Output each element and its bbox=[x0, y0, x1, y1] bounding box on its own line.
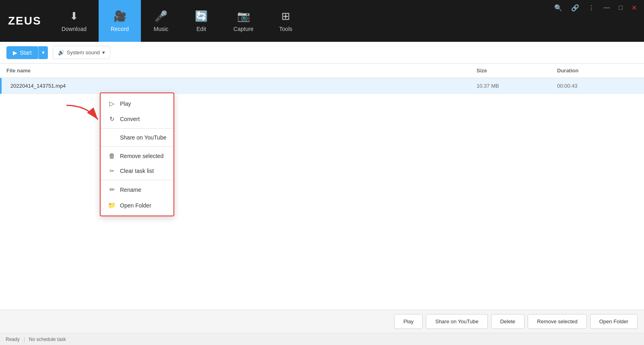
nav-label-tools: Tools bbox=[279, 26, 293, 32]
nav-items: ⬇ Download 🎥 Record 🎤 Music 🔄 Edit 📷 Cap… bbox=[50, 0, 551, 42]
col-header-size: Size bbox=[477, 68, 557, 74]
status-text: Ready bbox=[6, 337, 20, 342]
bottom-open-folder-label: Open Folder bbox=[599, 318, 628, 324]
bottom-action-bar: Play Share on YouTube Delete Remove sele… bbox=[0, 310, 644, 333]
main-area: ▶ Start ▾ 🔊 System sound ▾ File name Siz… bbox=[0, 42, 644, 333]
file-list: 20220414_143751.mp4 10.37 MB 00:00:43 bbox=[0, 78, 644, 310]
bottom-delete-button[interactable]: Delete bbox=[491, 314, 525, 329]
dropdown-chevron-icon: ▾ bbox=[42, 49, 45, 55]
app-logo: ZEUS bbox=[8, 14, 41, 27]
file-list-header: File name Size Duration bbox=[0, 64, 644, 78]
bottom-share-youtube-label: Share on YouTube bbox=[435, 318, 478, 324]
ctx-clear-task-list[interactable]: ✂ Clear task list bbox=[101, 164, 173, 178]
sound-dropdown-icon: ▾ bbox=[102, 49, 105, 55]
ctx-separator-2 bbox=[101, 146, 173, 147]
rename-ctx-icon: ✏ bbox=[108, 186, 116, 193]
nav-item-tools[interactable]: ⊞ Tools bbox=[266, 0, 306, 42]
capture-nav-icon: 📷 bbox=[237, 10, 250, 23]
ctx-clear-task-list-label: Clear task list bbox=[120, 168, 154, 174]
nav-label-music: Music bbox=[154, 26, 169, 32]
open-folder-ctx-icon: 📁 bbox=[108, 201, 116, 209]
bottom-play-button[interactable]: Play bbox=[394, 314, 423, 329]
menu-window-btn[interactable]: ⋮ bbox=[585, 2, 598, 13]
table-row[interactable]: 20220414_143751.mp4 10.37 MB 00:00:43 bbox=[0, 78, 644, 94]
record-nav-icon: 🎥 bbox=[114, 10, 126, 23]
toolbar: ▶ Start ▾ 🔊 System sound ▾ bbox=[0, 42, 644, 64]
ctx-separator-3 bbox=[101, 180, 173, 180]
bottom-share-youtube-button[interactable]: Share on YouTube bbox=[426, 314, 487, 329]
start-dropdown-arrow[interactable]: ▾ bbox=[38, 46, 48, 59]
nav-item-edit[interactable]: 🔄 Edit bbox=[181, 0, 221, 42]
start-button-group: ▶ Start ▾ bbox=[6, 46, 48, 59]
logo-area: ZEUS bbox=[0, 0, 50, 42]
bottom-delete-label: Delete bbox=[500, 318, 516, 324]
ctx-remove-selected-label: Remove selected bbox=[120, 153, 163, 159]
system-sound-button[interactable]: 🔊 System sound ▾ bbox=[53, 46, 110, 59]
nav-label-record: Record bbox=[111, 26, 129, 32]
person-window-btn[interactable]: 🔗 bbox=[568, 2, 582, 13]
top-navigation: ZEUS ⬇ Download 🎥 Record 🎤 Music 🔄 Edit … bbox=[0, 0, 644, 42]
ctx-convert-label: Convert bbox=[120, 116, 140, 122]
music-nav-icon: 🎤 bbox=[155, 10, 167, 23]
play-ctx-icon: ▷ bbox=[108, 100, 116, 107]
file-size: 10.37 MB bbox=[477, 83, 557, 89]
window-controls: 🔍 🔗 ⋮ — □ ✕ bbox=[551, 0, 644, 42]
nav-item-music[interactable]: 🎤 Music bbox=[141, 0, 181, 42]
nav-label-edit: Edit bbox=[196, 26, 206, 32]
ctx-convert[interactable]: ↻ Convert bbox=[101, 111, 173, 127]
ctx-open-folder-label: Open Folder bbox=[120, 202, 151, 209]
ctx-open-folder[interactable]: 📁 Open Folder bbox=[101, 197, 173, 213]
ctx-play-label: Play bbox=[120, 101, 131, 107]
col-header-name: File name bbox=[6, 68, 477, 74]
convert-ctx-icon: ↻ bbox=[108, 115, 116, 123]
close-window-btn[interactable]: ✕ bbox=[628, 2, 640, 13]
ctx-rename-label: Rename bbox=[120, 187, 141, 193]
schedule-text: No schedule task bbox=[29, 337, 66, 342]
col-header-duration: Duration bbox=[557, 68, 638, 74]
start-label: Start bbox=[20, 49, 32, 56]
edit-nav-icon: 🔄 bbox=[195, 10, 208, 23]
bottom-play-label: Play bbox=[403, 318, 413, 324]
context-menu: ▷ Play ↻ Convert Share on YouTube 🗑 Remo… bbox=[100, 92, 174, 216]
download-nav-icon: ⬇ bbox=[70, 10, 78, 23]
clear-ctx-icon: ✂ bbox=[108, 168, 116, 174]
start-button[interactable]: ▶ Start bbox=[6, 46, 38, 59]
ctx-share-youtube-label: Share on YouTube bbox=[120, 134, 166, 141]
sound-label: System sound bbox=[67, 49, 100, 55]
bottom-open-folder-button[interactable]: Open Folder bbox=[590, 314, 638, 329]
tools-nav-icon: ⊞ bbox=[281, 10, 290, 23]
row-selected-indicator bbox=[0, 78, 2, 94]
file-name: 20220414_143751.mp4 bbox=[6, 83, 477, 89]
remove-ctx-icon: 🗑 bbox=[108, 152, 116, 160]
ctx-share-youtube[interactable]: Share on YouTube bbox=[101, 130, 173, 145]
search-window-btn[interactable]: 🔍 bbox=[551, 2, 566, 13]
ctx-play[interactable]: ▷ Play bbox=[101, 96, 173, 111]
start-icon: ▶ bbox=[13, 49, 17, 56]
ctx-separator-1 bbox=[101, 128, 173, 129]
nav-label-download: Download bbox=[62, 26, 87, 32]
status-separator: | bbox=[24, 337, 25, 342]
ctx-rename[interactable]: ✏ Rename bbox=[101, 182, 173, 197]
nav-item-download[interactable]: ⬇ Download bbox=[50, 0, 99, 42]
nav-item-capture[interactable]: 📷 Capture bbox=[221, 0, 266, 42]
minimize-window-btn[interactable]: — bbox=[600, 2, 613, 13]
nav-label-capture: Capture bbox=[233, 26, 254, 32]
nav-item-record[interactable]: 🎥 Record bbox=[99, 0, 141, 42]
file-duration: 00:00:43 bbox=[557, 83, 638, 89]
bottom-remove-selected-button[interactable]: Remove selected bbox=[528, 314, 586, 329]
statusbar: Ready | No schedule task bbox=[0, 333, 644, 345]
maximize-window-btn[interactable]: □ bbox=[615, 2, 626, 13]
ctx-remove-selected[interactable]: 🗑 Remove selected bbox=[101, 148, 173, 164]
sound-icon: 🔊 bbox=[58, 49, 64, 55]
bottom-remove-selected-label: Remove selected bbox=[537, 318, 577, 324]
